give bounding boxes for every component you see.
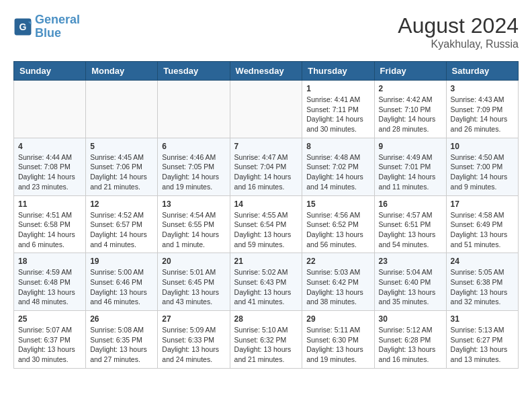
calendar-week-1: 1Sunrise: 4:41 AMSunset: 7:11 PMDaylight… bbox=[14, 81, 519, 138]
day-number: 30 bbox=[379, 314, 442, 324]
day-number: 6 bbox=[162, 142, 225, 151]
day-number: 8 bbox=[306, 142, 369, 151]
day-number: 16 bbox=[379, 199, 442, 209]
calendar-cell: 19Sunrise: 5:00 AMSunset: 6:46 PMDayligh… bbox=[86, 253, 158, 311]
logo-line2: Blue bbox=[35, 26, 61, 40]
calendar-cell: 20Sunrise: 5:01 AMSunset: 6:45 PMDayligh… bbox=[158, 253, 230, 311]
calendar-cell: 27Sunrise: 5:09 AMSunset: 6:33 PMDayligh… bbox=[158, 311, 230, 369]
month-year: August 2024 bbox=[398, 13, 519, 38]
calendar-cell: 24Sunrise: 5:05 AMSunset: 6:38 PMDayligh… bbox=[446, 253, 518, 311]
calendar-cell: 12Sunrise: 4:52 AMSunset: 6:57 PMDayligh… bbox=[86, 195, 158, 253]
day-info: Sunrise: 5:13 AMSunset: 6:27 PMDaylight:… bbox=[451, 325, 514, 365]
day-info: Sunrise: 4:57 AMSunset: 6:51 PMDaylight:… bbox=[379, 210, 442, 250]
day-number: 26 bbox=[90, 314, 153, 324]
logo-line1: General bbox=[35, 13, 80, 26]
day-info: Sunrise: 5:12 AMSunset: 6:28 PMDaylight:… bbox=[379, 325, 442, 365]
calendar-cell: 22Sunrise: 5:03 AMSunset: 6:42 PMDayligh… bbox=[302, 253, 374, 311]
day-number: 18 bbox=[18, 257, 81, 266]
calendar-cell: 4Sunrise: 4:44 AMSunset: 7:08 PMDaylight… bbox=[14, 138, 86, 195]
day-number: 20 bbox=[162, 257, 225, 266]
calendar-cell: 17Sunrise: 4:58 AMSunset: 6:49 PMDayligh… bbox=[446, 195, 518, 253]
day-info: Sunrise: 4:55 AMSunset: 6:54 PMDaylight:… bbox=[234, 210, 298, 250]
calendar-cell: 10Sunrise: 4:50 AMSunset: 7:00 PMDayligh… bbox=[446, 138, 518, 195]
day-number: 7 bbox=[234, 142, 298, 151]
day-number: 27 bbox=[162, 314, 225, 324]
calendar-cell: 30Sunrise: 5:12 AMSunset: 6:28 PMDayligh… bbox=[374, 311, 446, 369]
calendar-week-5: 25Sunrise: 5:07 AMSunset: 6:37 PMDayligh… bbox=[14, 311, 519, 369]
day-number: 22 bbox=[306, 257, 369, 266]
day-number: 3 bbox=[451, 84, 514, 93]
calendar-cell bbox=[86, 81, 158, 138]
day-number: 14 bbox=[234, 199, 298, 209]
day-info: Sunrise: 4:50 AMSunset: 7:00 PMDaylight:… bbox=[451, 152, 514, 192]
day-info: Sunrise: 5:03 AMSunset: 6:42 PMDaylight:… bbox=[306, 267, 369, 307]
calendar-cell: 31Sunrise: 5:13 AMSunset: 6:27 PMDayligh… bbox=[446, 311, 518, 369]
day-info: Sunrise: 4:49 AMSunset: 7:01 PMDaylight:… bbox=[379, 152, 442, 192]
weekday-header-tuesday: Tuesday bbox=[158, 62, 230, 81]
weekday-header-friday: Friday bbox=[374, 62, 446, 81]
day-number: 15 bbox=[306, 199, 369, 209]
day-number: 19 bbox=[90, 257, 153, 266]
calendar-cell: 6Sunrise: 4:46 AMSunset: 7:05 PMDaylight… bbox=[158, 138, 230, 195]
day-info: Sunrise: 4:51 AMSunset: 6:58 PMDaylight:… bbox=[18, 210, 81, 250]
day-info: Sunrise: 4:59 AMSunset: 6:48 PMDaylight:… bbox=[18, 267, 81, 307]
day-info: Sunrise: 5:05 AMSunset: 6:38 PMDaylight:… bbox=[451, 267, 514, 307]
day-number: 1 bbox=[306, 84, 369, 93]
day-number: 11 bbox=[18, 199, 81, 209]
weekday-header-saturday: Saturday bbox=[446, 62, 518, 81]
day-info: Sunrise: 4:54 AMSunset: 6:55 PMDaylight:… bbox=[162, 210, 225, 250]
calendar-cell: 8Sunrise: 4:48 AMSunset: 7:02 PMDaylight… bbox=[302, 138, 374, 195]
calendar-cell: 2Sunrise: 4:42 AMSunset: 7:10 PMDaylight… bbox=[374, 81, 446, 138]
day-number: 31 bbox=[451, 314, 514, 324]
calendar-cell: 15Sunrise: 4:56 AMSunset: 6:52 PMDayligh… bbox=[302, 195, 374, 253]
day-info: Sunrise: 5:09 AMSunset: 6:33 PMDaylight:… bbox=[162, 325, 225, 365]
calendar-table: SundayMondayTuesdayWednesdayThursdayFrid… bbox=[13, 61, 519, 369]
calendar-cell: 14Sunrise: 4:55 AMSunset: 6:54 PMDayligh… bbox=[230, 195, 302, 253]
calendar-week-2: 4Sunrise: 4:44 AMSunset: 7:08 PMDaylight… bbox=[14, 138, 519, 195]
day-info: Sunrise: 5:07 AMSunset: 6:37 PMDaylight:… bbox=[18, 325, 81, 365]
day-info: Sunrise: 5:01 AMSunset: 6:45 PMDaylight:… bbox=[162, 267, 225, 307]
calendar-cell: 26Sunrise: 5:08 AMSunset: 6:35 PMDayligh… bbox=[86, 311, 158, 369]
day-info: Sunrise: 4:42 AMSunset: 7:10 PMDaylight:… bbox=[379, 95, 442, 134]
weekday-header-monday: Monday bbox=[86, 62, 158, 81]
day-info: Sunrise: 4:56 AMSunset: 6:52 PMDaylight:… bbox=[306, 210, 369, 250]
day-number: 29 bbox=[306, 314, 369, 324]
day-info: Sunrise: 5:04 AMSunset: 6:40 PMDaylight:… bbox=[379, 267, 442, 307]
calendar-cell: 28Sunrise: 5:10 AMSunset: 6:32 PMDayligh… bbox=[230, 311, 302, 369]
day-number: 5 bbox=[90, 142, 153, 151]
calendar-cell bbox=[14, 81, 86, 138]
day-info: Sunrise: 4:58 AMSunset: 6:49 PMDaylight:… bbox=[451, 210, 514, 250]
calendar-cell bbox=[230, 81, 302, 138]
weekday-header-wednesday: Wednesday bbox=[230, 62, 302, 81]
day-info: Sunrise: 5:11 AMSunset: 6:30 PMDaylight:… bbox=[306, 325, 369, 365]
calendar-cell: 21Sunrise: 5:02 AMSunset: 6:43 PMDayligh… bbox=[230, 253, 302, 311]
day-info: Sunrise: 4:52 AMSunset: 6:57 PMDaylight:… bbox=[90, 210, 153, 250]
svg-text:G: G bbox=[19, 21, 27, 32]
calendar-cell: 13Sunrise: 4:54 AMSunset: 6:55 PMDayligh… bbox=[158, 195, 230, 253]
page-header: G General Blue August 2024 Kyakhulay, Ru… bbox=[13, 13, 519, 50]
day-info: Sunrise: 4:41 AMSunset: 7:11 PMDaylight:… bbox=[306, 95, 369, 134]
day-number: 28 bbox=[234, 314, 298, 324]
logo-icon: G bbox=[13, 17, 32, 36]
day-info: Sunrise: 4:45 AMSunset: 7:06 PMDaylight:… bbox=[90, 152, 153, 192]
day-number: 10 bbox=[451, 142, 514, 151]
day-number: 17 bbox=[451, 199, 514, 209]
day-number: 23 bbox=[379, 257, 442, 266]
calendar-week-3: 11Sunrise: 4:51 AMSunset: 6:58 PMDayligh… bbox=[14, 195, 519, 253]
weekday-header-sunday: Sunday bbox=[14, 62, 86, 81]
calendar-cell: 23Sunrise: 5:04 AMSunset: 6:40 PMDayligh… bbox=[374, 253, 446, 311]
day-info: Sunrise: 4:44 AMSunset: 7:08 PMDaylight:… bbox=[18, 152, 81, 192]
calendar-cell: 29Sunrise: 5:11 AMSunset: 6:30 PMDayligh… bbox=[302, 311, 374, 369]
calendar-week-4: 18Sunrise: 4:59 AMSunset: 6:48 PMDayligh… bbox=[14, 253, 519, 311]
weekday-header-thursday: Thursday bbox=[302, 62, 374, 81]
calendar-cell: 25Sunrise: 5:07 AMSunset: 6:37 PMDayligh… bbox=[14, 311, 86, 369]
day-info: Sunrise: 5:02 AMSunset: 6:43 PMDaylight:… bbox=[234, 267, 298, 307]
day-info: Sunrise: 4:47 AMSunset: 7:04 PMDaylight:… bbox=[234, 152, 298, 192]
day-info: Sunrise: 4:43 AMSunset: 7:09 PMDaylight:… bbox=[451, 95, 514, 134]
day-info: Sunrise: 5:08 AMSunset: 6:35 PMDaylight:… bbox=[90, 325, 153, 365]
calendar-cell: 18Sunrise: 4:59 AMSunset: 6:48 PMDayligh… bbox=[14, 253, 86, 311]
day-info: Sunrise: 4:48 AMSunset: 7:02 PMDaylight:… bbox=[306, 152, 369, 192]
day-number: 12 bbox=[90, 199, 153, 209]
calendar-cell: 11Sunrise: 4:51 AMSunset: 6:58 PMDayligh… bbox=[14, 195, 86, 253]
day-info: Sunrise: 5:00 AMSunset: 6:46 PMDaylight:… bbox=[90, 267, 153, 307]
